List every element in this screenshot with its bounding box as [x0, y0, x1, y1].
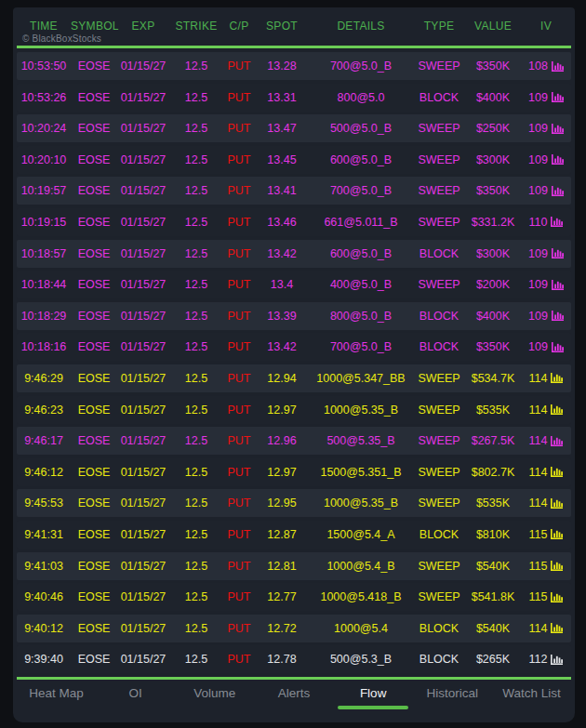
cell-time: 10:20:10: [17, 153, 71, 166]
column-header-iv[interactable]: IV: [521, 20, 571, 33]
bar-chart-icon[interactable]: [552, 186, 564, 196]
cell-exp: 01/15/27: [117, 340, 169, 353]
cell-symbol: EOSE: [71, 434, 117, 447]
cell-details: 600@5.0_B: [309, 247, 413, 260]
bar-chart-icon[interactable]: [551, 592, 563, 602]
tab-alerts[interactable]: Alerts: [254, 686, 333, 709]
column-header-value[interactable]: VALUE: [465, 20, 521, 33]
flow-row[interactable]: 9:46:17EOSE01/15/2712.5PUT12.96500@5.35_…: [17, 427, 571, 455]
flow-row[interactable]: 10:18:29EOSE01/15/2712.5PUT13.39800@5.0_…: [17, 302, 571, 330]
bar-chart-icon[interactable]: [551, 436, 563, 446]
cell-value: $350K: [465, 340, 521, 353]
cell-details: 500@5.0_B: [309, 122, 413, 135]
cell-type: SWEEP: [413, 60, 465, 73]
cell-type: SWEEP: [413, 404, 465, 417]
tab-label: OI: [129, 686, 142, 700]
cell-iv: 114: [521, 434, 571, 447]
cell-time: 9:41:31: [17, 528, 71, 541]
flow-row[interactable]: 9:41:03EOSE01/15/2712.5PUT12.811000@5.4_…: [17, 552, 571, 580]
column-header-spot[interactable]: SPOT: [255, 20, 309, 33]
cell-details: 1000@5.35_B: [309, 404, 413, 417]
column-header-strike[interactable]: STRIKE: [169, 20, 223, 33]
tab-bar: Heat MapOIVolumeAlertsFlowHistoricalWatc…: [17, 677, 571, 722]
cell-strike: 12.5: [169, 496, 223, 510]
cell-time: 9:39:40: [17, 653, 71, 666]
column-header-symbol[interactable]: SYMBOL: [71, 20, 117, 33]
cell-value: $300K: [465, 247, 521, 260]
tab-flow[interactable]: Flow: [334, 686, 413, 709]
iv-value: 109: [528, 247, 548, 260]
bar-chart-icon[interactable]: [551, 655, 563, 665]
flow-row[interactable]: 9:41:31EOSE01/15/2712.5PUT12.871500@5.4_…: [17, 521, 571, 549]
bar-chart-icon[interactable]: [551, 373, 563, 383]
cell-time: 9:46:12: [17, 466, 71, 479]
bar-chart-icon[interactable]: [551, 561, 563, 571]
cell-strike: 12.5: [169, 153, 223, 166]
tab-oi[interactable]: OI: [96, 686, 175, 709]
flow-row[interactable]: 10:18:57EOSE01/15/2712.5PUT13.42600@5.0_…: [17, 240, 571, 268]
bar-chart-icon[interactable]: [552, 280, 564, 290]
column-header-type[interactable]: TYPE: [413, 20, 465, 33]
flow-row[interactable]: 9:46:29EOSE01/15/2712.5PUT12.941000@5.34…: [17, 364, 571, 392]
cell-cp: PUT: [223, 404, 255, 417]
column-header-time[interactable]: TIME: [17, 20, 71, 33]
cell-details: 400@5.0_B: [309, 278, 413, 291]
bar-chart-icon[interactable]: [552, 61, 564, 72]
cell-details: 800@5.0: [309, 91, 413, 104]
column-header-c-p[interactable]: C/P: [223, 20, 255, 33]
column-header-exp[interactable]: EXP: [117, 20, 169, 33]
tab-watch-list[interactable]: Watch List: [492, 686, 571, 709]
iv-value: 114: [529, 434, 548, 447]
tab-volume[interactable]: Volume: [175, 686, 254, 709]
bar-chart-icon[interactable]: [552, 124, 564, 134]
flow-row[interactable]: 9:39:40EOSE01/15/2712.5PUT12.78500@5.3_B…: [17, 645, 571, 673]
flow-row[interactable]: 10:19:57EOSE01/15/2712.5PUT13.41700@5.0_…: [17, 177, 571, 205]
iv-value: 112: [529, 653, 548, 666]
flow-row[interactable]: 10:19:15EOSE01/15/2712.5PUT13.46661@5.01…: [17, 208, 571, 236]
iv-value: 114: [529, 496, 548, 510]
bar-chart-icon[interactable]: [551, 498, 563, 509]
flow-row[interactable]: 10:53:50EOSE01/15/2712.5PUT13.28700@5.0_…: [17, 52, 571, 80]
iv-value: 109: [528, 122, 548, 135]
bar-chart-icon[interactable]: [552, 342, 564, 352]
bar-chart-icon[interactable]: [552, 311, 564, 321]
bar-chart-icon[interactable]: [551, 404, 563, 415]
flow-row[interactable]: 10:20:24EOSE01/15/2712.5PUT13.47500@5.0_…: [17, 114, 571, 142]
flow-row[interactable]: 10:53:26EOSE01/15/2712.5PUT13.31800@5.0B…: [17, 84, 571, 112]
cell-strike: 12.5: [169, 372, 223, 385]
cell-details: 700@5.0_B: [309, 340, 413, 353]
flow-row[interactable]: 9:46:12EOSE01/15/2712.5PUT12.971500@5.35…: [17, 458, 571, 486]
column-header-details[interactable]: DETAILS: [309, 20, 413, 33]
bar-chart-icon[interactable]: [551, 623, 563, 633]
flow-row[interactable]: 9:46:23EOSE01/15/2712.5PUT12.971000@5.35…: [17, 396, 571, 424]
tab-historical[interactable]: Historical: [413, 686, 492, 709]
bar-chart-icon[interactable]: [551, 529, 563, 539]
cell-cp: PUT: [223, 216, 255, 229]
cell-value: $802.7K: [465, 466, 521, 479]
flow-row[interactable]: 9:40:46EOSE01/15/2712.5PUT12.771000@5.41…: [17, 583, 571, 611]
cell-spot: 13.42: [255, 340, 309, 353]
cell-spot: 13.47: [255, 122, 309, 135]
cell-strike: 12.5: [169, 184, 223, 197]
cell-type: BLOCK: [413, 310, 465, 323]
bar-chart-icon[interactable]: [551, 467, 563, 477]
cell-strike: 12.5: [169, 91, 223, 104]
flow-row[interactable]: 9:40:12EOSE01/15/2712.5PUT12.721000@5.4B…: [17, 615, 571, 642]
flow-row[interactable]: 9:45:53EOSE01/15/2712.5PUT12.951000@5.35…: [17, 489, 571, 517]
cell-type: SWEEP: [413, 560, 465, 573]
cell-strike: 12.5: [169, 122, 223, 135]
cell-strike: 12.5: [169, 590, 223, 603]
tab-heat-map[interactable]: Heat Map: [17, 686, 96, 709]
flow-row[interactable]: 10:20:10EOSE01/15/2712.5PUT13.45600@5.0_…: [17, 146, 571, 174]
bar-chart-icon[interactable]: [552, 92, 564, 102]
flow-row[interactable]: 10:18:16EOSE01/15/2712.5PUT13.42700@5.0_…: [17, 333, 571, 361]
cell-details: 700@5.0_B: [309, 60, 413, 73]
cell-time: 10:19:57: [17, 184, 71, 197]
cell-spot: 13.28: [255, 60, 309, 73]
bar-chart-icon[interactable]: [552, 248, 564, 258]
bar-chart-icon[interactable]: [552, 154, 564, 165]
cell-iv: 109: [521, 91, 571, 104]
flow-row[interactable]: 10:18:44EOSE01/15/2712.5PUT13.4400@5.0_B…: [17, 271, 571, 298]
bar-chart-icon[interactable]: [551, 217, 563, 227]
cell-iv: 114: [521, 404, 571, 417]
